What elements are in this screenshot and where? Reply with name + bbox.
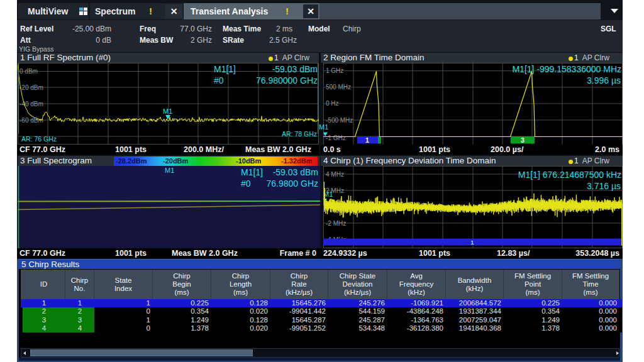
- svg-text:M1: M1: [165, 167, 174, 174]
- svg-text:1 GHz: 1 GHz: [326, 67, 343, 74]
- svg-text:-1 GHz: -1 GHz: [326, 134, 346, 141]
- svg-text:0 dBm: 0 dBm: [19, 68, 38, 75]
- svg-text:-500 MHz: -500 MHz: [326, 117, 353, 124]
- svg-text:1: 1: [470, 239, 474, 246]
- svg-text:-20 dBm: -20 dBm: [19, 84, 43, 91]
- svg-text:500 MHz: 500 MHz: [326, 84, 351, 90]
- svg-text:-40 dBm: -40 dBm: [19, 101, 43, 107]
- svg-text:-2 MHz: -2 MHz: [326, 220, 346, 227]
- svg-text:0 Hz: 0 Hz: [326, 100, 339, 107]
- svg-text:AR: 78 GHz: AR: 78 GHz: [282, 130, 317, 138]
- svg-text:AR: 76 GHz: AR: 76 GHz: [21, 135, 57, 143]
- svg-text:M1: M1: [163, 107, 172, 115]
- svg-text:1: 1: [365, 136, 369, 144]
- svg-text:4 MHz: 4 MHz: [326, 171, 344, 178]
- svg-text:3: 3: [521, 136, 525, 144]
